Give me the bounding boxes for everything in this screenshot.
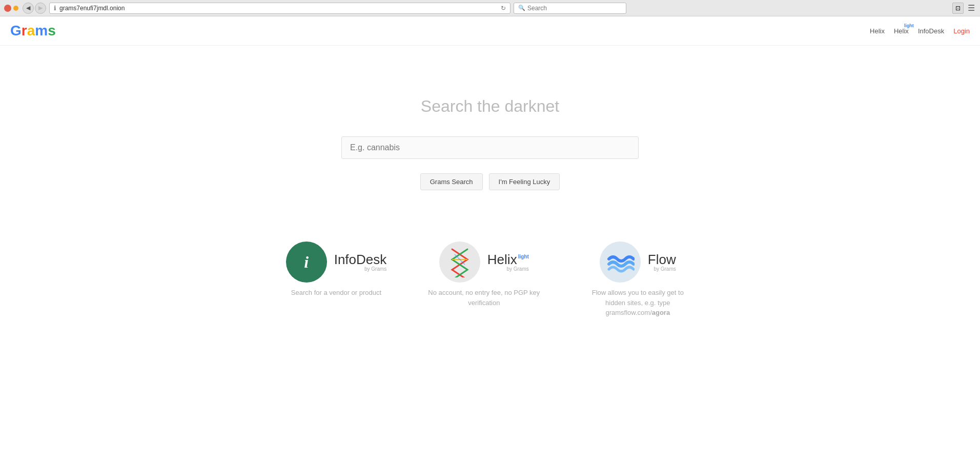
- flow-icon-circle: [600, 242, 641, 283]
- helix-name-block: Helix light by Grams: [487, 253, 529, 272]
- back-button[interactable]: ◀: [23, 3, 34, 14]
- search-box-wrapper: [341, 136, 639, 159]
- hamburger-menu[interactable]: ☰: [967, 2, 976, 14]
- main-content: Search the darknet Grams Search I'm Feel…: [0, 46, 980, 318]
- product-card-infodesk[interactable]: i InfoDesk by Grams Search for a vendor …: [286, 242, 387, 318]
- page: Grams Helix Helixlight InfoDesk Login Se…: [0, 16, 980, 462]
- helix-light-badge: light: [904, 23, 914, 28]
- browser-search-input[interactable]: [527, 5, 622, 12]
- info-icon: ℹ: [54, 5, 56, 12]
- tagline: Search the darknet: [421, 97, 559, 116]
- helix-name: Helix: [487, 253, 517, 266]
- browser-search-icon: 🔍: [518, 5, 525, 11]
- helix-icon-circle: [439, 242, 480, 283]
- flow-description: Flow allows you to easily get to hidden …: [581, 288, 694, 318]
- product-card-flow[interactable]: Flow by Grams Flow allows you to easily …: [581, 242, 694, 318]
- top-nav: Grams Helix Helixlight InfoDesk Login: [0, 16, 980, 46]
- browser-chrome: ◀ ▶ ℹ grams7enufi7jmdl.onion ↻ 🔍 ⊡ ☰: [0, 0, 980, 16]
- nav-helix-light[interactable]: Helixlight: [894, 27, 909, 35]
- helix-name-row: Helix light: [487, 253, 529, 266]
- flow-by-grams: by Grams: [654, 266, 676, 272]
- grams-search-button[interactable]: Grams Search: [420, 173, 483, 190]
- logo-letter-g: G: [10, 23, 22, 38]
- nav-links: Helix Helixlight InfoDesk Login: [870, 27, 970, 35]
- browser-nav-buttons: ◀ ▶: [23, 3, 46, 14]
- address-bar[interactable]: ℹ grams7enufi7jmdl.onion ↻: [49, 3, 511, 14]
- logo-letter-r: r: [22, 23, 27, 38]
- products-section: i InfoDesk by Grams Search for a vendor …: [266, 242, 715, 318]
- infodesk-name-block: InfoDesk by Grams: [334, 253, 387, 272]
- nav-infodesk[interactable]: InfoDesk: [918, 27, 944, 35]
- logo-letter-m: m: [35, 23, 48, 38]
- logo[interactable]: Grams: [10, 23, 56, 39]
- infodesk-by-grams: by Grams: [364, 266, 386, 272]
- helix-light-badge-product: light: [518, 254, 529, 259]
- feeling-lucky-button[interactable]: I'm Feeling Lucky: [489, 173, 560, 190]
- infodesk-icon: i: [304, 253, 309, 272]
- logo-letter-a: a: [27, 23, 35, 38]
- product-logo-row-infodesk: i InfoDesk by Grams: [286, 242, 387, 283]
- helix-by-grams: by Grams: [506, 266, 528, 272]
- flow-icon: [606, 248, 635, 276]
- refresh-icon[interactable]: ↻: [501, 5, 506, 12]
- main-search-input[interactable]: [341, 136, 639, 159]
- logo-letter-s: s: [48, 23, 56, 38]
- flow-name-block: Flow by Grams: [648, 253, 676, 272]
- close-traffic-light[interactable]: [4, 5, 11, 12]
- url-text: grams7enufi7jmdl.onion: [59, 5, 498, 12]
- new-tab-button[interactable]: ⊡: [952, 3, 964, 14]
- product-logo-row-helix: Helix light by Grams: [439, 242, 529, 283]
- browser-search-bar[interactable]: 🔍: [514, 3, 626, 14]
- minimize-traffic-light[interactable]: [13, 6, 18, 11]
- infodesk-name: InfoDesk: [334, 253, 387, 266]
- helix-icon: [447, 247, 473, 277]
- flow-name: Flow: [648, 253, 676, 266]
- forward-button[interactable]: ▶: [35, 3, 46, 14]
- nav-helix[interactable]: Helix: [870, 27, 885, 35]
- infodesk-icon-circle: i: [286, 242, 327, 283]
- nav-login[interactable]: Login: [953, 27, 970, 35]
- infodesk-description: Search for a vendor or product: [291, 288, 381, 298]
- traffic-lights: [4, 5, 18, 12]
- product-card-helix[interactable]: Helix light by Grams No account, no entr…: [427, 242, 540, 318]
- helix-description: No account, no entry fee, no PGP key ver…: [427, 288, 540, 308]
- browser-right-icons: ⊡ ☰: [952, 2, 976, 14]
- search-buttons: Grams Search I'm Feeling Lucky: [420, 173, 560, 190]
- product-logo-row-flow: Flow by Grams: [600, 242, 676, 283]
